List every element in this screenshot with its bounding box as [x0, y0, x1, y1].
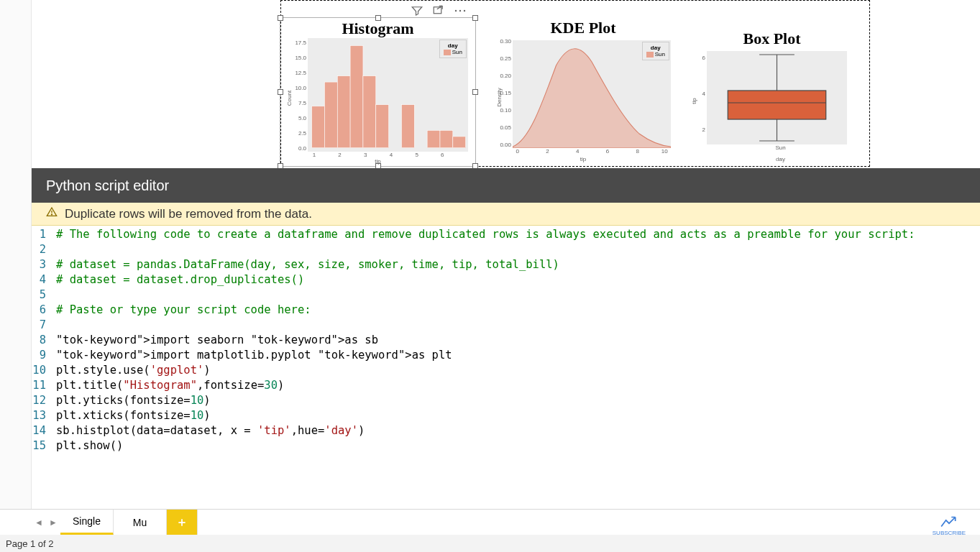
kde-legend: day Sun: [642, 42, 669, 60]
svg-rect-7: [350, 46, 363, 148]
svg-point-20: [51, 214, 52, 215]
warning-text: Duplicate rows will be removed from the …: [65, 207, 312, 221]
boxplot-visual[interactable]: Box Plot 6 4 2 tip: [691, 29, 853, 162]
svg-rect-9: [376, 105, 389, 148]
svg-rect-12: [440, 131, 453, 148]
svg-rect-0: [434, 7, 441, 14]
report-canvas[interactable]: Histogram: [32, 0, 980, 168]
svg-rect-6: [337, 76, 350, 148]
svg-rect-17: [728, 91, 826, 119]
boxplot-title: Box Plot: [691, 29, 853, 48]
svg-rect-10: [401, 105, 414, 148]
filter-icon[interactable]: [411, 4, 423, 20]
line-number-gutter: 123456789101112131415: [32, 226, 50, 454]
editor-title: Python script editor: [46, 178, 169, 194]
svg-rect-13: [453, 137, 466, 148]
svg-rect-11: [427, 131, 440, 148]
tab-mu[interactable]: Mu: [114, 510, 167, 535]
warning-bar: Duplicate rows will be removed from the …: [32, 203, 980, 226]
histogram-visual[interactable]: Histogram: [280, 17, 476, 167]
visual-container[interactable]: Histogram: [280, 0, 870, 167]
tab-prev-button[interactable]: ◄: [32, 512, 46, 533]
kde-visual[interactable]: KDE Plot day Sun 0.00 0.05 0.10 0.15: [490, 19, 677, 162]
svg-point-2: [459, 10, 461, 12]
tab-next-button[interactable]: ►: [46, 512, 60, 533]
warning-icon: [46, 206, 58, 221]
svg-point-1: [455, 10, 457, 12]
svg-rect-4: [312, 106, 325, 148]
code-editor[interactable]: 123456789101112131415 # The following co…: [32, 226, 980, 509]
kde-title: KDE Plot: [490, 19, 677, 37]
svg-point-3: [464, 10, 465, 12]
svg-rect-5: [324, 82, 337, 148]
page-indicator: Page 1 of 2: [6, 538, 54, 549]
histogram-legend: day Sun: [439, 40, 467, 58]
more-options-icon[interactable]: [454, 4, 467, 20]
visual-toolbar: [411, 4, 467, 20]
code-lines[interactable]: # The following code to create a datafra…: [56, 227, 980, 454]
focus-mode-icon[interactable]: [432, 4, 445, 20]
page-tab-bar: ◄ ► Single Mu: [0, 509, 980, 535]
tab-single[interactable]: Single: [60, 510, 114, 535]
editor-header: Python script editor: [32, 168, 980, 203]
left-rail: [0, 0, 32, 532]
tab-add-button[interactable]: [167, 510, 198, 535]
histogram-title: Histogram: [280, 19, 475, 38]
status-bar: Page 1 of 2: [0, 535, 980, 552]
svg-rect-8: [363, 76, 376, 148]
subscribe-badge[interactable]: SUBSCRIBE: [933, 515, 966, 536]
